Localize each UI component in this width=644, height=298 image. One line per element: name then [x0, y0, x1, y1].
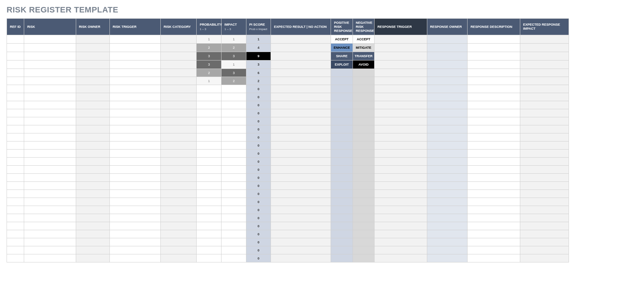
cell-expected-result[interactable] [271, 125, 331, 133]
cell-impact[interactable] [222, 166, 246, 174]
cell-negative-response[interactable] [353, 174, 374, 182]
cell-response-trigger[interactable] [375, 158, 427, 166]
cell-expected-response-impact[interactable] [520, 222, 569, 230]
cell-response-description[interactable] [468, 109, 520, 117]
cell-risk-category[interactable] [161, 141, 197, 150]
cell-impact[interactable] [222, 141, 246, 150]
cell-probability[interactable] [197, 182, 222, 190]
cell-ref-id[interactable] [7, 101, 24, 109]
cell-expected-result[interactable] [271, 214, 331, 222]
cell-expected-response-impact[interactable] [520, 158, 569, 166]
cell-ref-id[interactable] [7, 214, 24, 222]
cell-risk-category[interactable] [161, 230, 197, 238]
cell-risk-trigger[interactable] [109, 206, 160, 214]
cell-risk-trigger[interactable] [109, 198, 160, 206]
cell-response-trigger[interactable] [375, 69, 427, 77]
cell-negative-response[interactable] [353, 222, 374, 230]
cell-probability[interactable]: 2 [197, 44, 222, 52]
cell-expected-result[interactable] [271, 133, 331, 141]
cell-risk-trigger[interactable] [109, 35, 160, 44]
cell-response-trigger[interactable] [375, 254, 427, 262]
cell-response-trigger[interactable] [375, 85, 427, 93]
cell-probability[interactable] [197, 158, 222, 166]
cell-pi-score[interactable]: 0 [246, 150, 271, 158]
cell-risk[interactable] [24, 133, 76, 141]
cell-response-owner[interactable] [427, 190, 468, 198]
cell-risk-owner[interactable] [76, 230, 109, 238]
cell-risk-trigger[interactable] [109, 117, 160, 125]
cell-pi-score[interactable]: 0 [246, 141, 271, 150]
cell-pi-score[interactable]: 0 [246, 109, 271, 117]
cell-response-owner[interactable] [427, 182, 468, 190]
cell-risk-owner[interactable] [76, 222, 109, 230]
cell-risk-trigger[interactable] [109, 166, 160, 174]
cell-negative-response[interactable] [353, 238, 374, 246]
cell-risk-category[interactable] [161, 77, 197, 85]
cell-ref-id[interactable] [7, 166, 24, 174]
cell-pi-score[interactable]: 0 [246, 174, 271, 182]
cell-expected-result[interactable] [271, 190, 331, 198]
cell-expected-result[interactable] [271, 222, 331, 230]
cell-positive-response[interactable] [331, 182, 353, 190]
cell-risk[interactable] [24, 158, 76, 166]
cell-expected-response-impact[interactable] [520, 117, 569, 125]
cell-negative-response[interactable] [353, 141, 374, 150]
cell-response-description[interactable] [468, 198, 520, 206]
cell-risk-trigger[interactable] [109, 254, 160, 262]
cell-probability[interactable] [197, 133, 222, 141]
cell-pi-score[interactable]: 0 [246, 238, 271, 246]
cell-risk-trigger[interactable] [109, 125, 160, 133]
cell-response-trigger[interactable] [375, 77, 427, 85]
cell-response-owner[interactable] [427, 230, 468, 238]
cell-expected-response-impact[interactable] [520, 52, 569, 60]
cell-ref-id[interactable] [7, 44, 24, 52]
cell-risk[interactable] [24, 166, 76, 174]
cell-impact[interactable]: 3 [222, 69, 246, 77]
cell-pi-score[interactable]: 0 [246, 230, 271, 238]
cell-impact[interactable] [222, 174, 246, 182]
cell-expected-response-impact[interactable] [520, 85, 569, 93]
cell-impact[interactable]: 1 [222, 35, 246, 44]
cell-impact[interactable] [222, 158, 246, 166]
cell-risk[interactable] [24, 101, 76, 109]
cell-negative-response[interactable]: TRANSFER [353, 52, 374, 60]
cell-response-trigger[interactable] [375, 206, 427, 214]
cell-expected-result[interactable] [271, 35, 331, 44]
cell-expected-response-impact[interactable] [520, 101, 569, 109]
cell-probability[interactable] [197, 190, 222, 198]
cell-risk-category[interactable] [161, 52, 197, 60]
cell-expected-result[interactable] [271, 109, 331, 117]
cell-response-trigger[interactable] [375, 182, 427, 190]
cell-response-description[interactable] [468, 150, 520, 158]
cell-risk-category[interactable] [161, 174, 197, 182]
cell-response-trigger[interactable] [375, 198, 427, 206]
cell-expected-response-impact[interactable] [520, 69, 569, 77]
cell-negative-response[interactable] [353, 77, 374, 85]
cell-risk-category[interactable] [161, 109, 197, 117]
cell-negative-response[interactable] [353, 69, 374, 77]
cell-ref-id[interactable] [7, 69, 24, 77]
cell-expected-result[interactable] [271, 117, 331, 125]
cell-risk-trigger[interactable] [109, 52, 160, 60]
cell-pi-score[interactable]: 0 [246, 246, 271, 254]
cell-risk-owner[interactable] [76, 60, 109, 69]
cell-response-description[interactable] [468, 254, 520, 262]
cell-impact[interactable] [222, 85, 246, 93]
cell-risk-owner[interactable] [76, 35, 109, 44]
cell-risk-trigger[interactable] [109, 222, 160, 230]
cell-pi-score[interactable]: 0 [246, 222, 271, 230]
cell-ref-id[interactable] [7, 254, 24, 262]
cell-risk[interactable] [24, 206, 76, 214]
cell-risk-trigger[interactable] [109, 246, 160, 254]
cell-pi-score[interactable]: 0 [246, 166, 271, 174]
cell-negative-response[interactable]: MITIGATE [353, 44, 374, 52]
cell-probability[interactable] [197, 141, 222, 150]
cell-expected-response-impact[interactable] [520, 230, 569, 238]
cell-risk-category[interactable] [161, 158, 197, 166]
cell-risk-owner[interactable] [76, 44, 109, 52]
cell-risk[interactable] [24, 85, 76, 93]
cell-risk[interactable] [24, 44, 76, 52]
cell-risk-trigger[interactable] [109, 158, 160, 166]
cell-expected-result[interactable] [271, 150, 331, 158]
cell-risk-category[interactable] [161, 150, 197, 158]
